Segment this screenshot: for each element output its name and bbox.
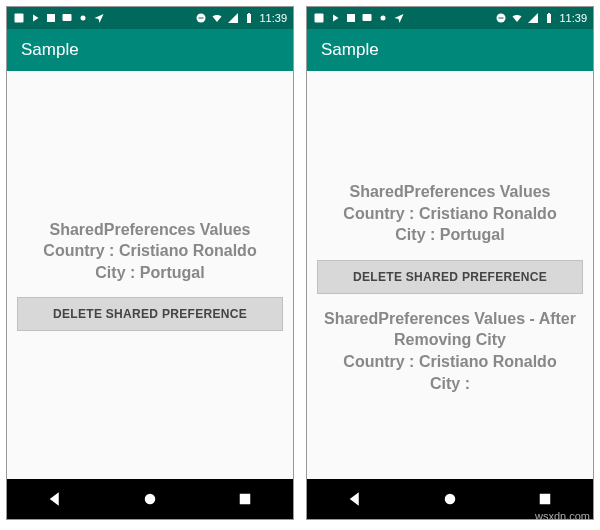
battery-icon xyxy=(243,12,255,24)
square-icon xyxy=(45,12,57,24)
svg-point-3 xyxy=(81,16,86,21)
delete-shared-preference-button[interactable]: DELETE SHARED PREFERENCE xyxy=(17,297,283,331)
chat-icon xyxy=(361,12,373,24)
dot-icon xyxy=(377,12,389,24)
shared-prefs-after-text: SharedPreferences Values - After Removin… xyxy=(317,308,583,394)
status-right-icons: 11:39 xyxy=(195,12,287,24)
arrow-icon xyxy=(393,12,405,24)
svg-rect-10 xyxy=(315,14,324,23)
recent-icon[interactable] xyxy=(236,490,254,508)
status-bar: 11:39 xyxy=(307,7,593,29)
svg-rect-11 xyxy=(347,14,355,22)
prefs-city: City : Portugal xyxy=(43,262,256,284)
prefs-after-title: SharedPreferences Values - After Removin… xyxy=(317,308,583,351)
svg-rect-1 xyxy=(47,14,55,22)
signal-icon xyxy=(527,12,539,24)
navigation-bar xyxy=(7,479,293,519)
app-bar: Sample xyxy=(307,29,593,71)
svg-rect-5 xyxy=(199,18,204,19)
arrow-icon xyxy=(93,12,105,24)
svg-point-18 xyxy=(445,494,456,505)
svg-rect-15 xyxy=(499,18,504,19)
chat-icon xyxy=(61,12,73,24)
back-icon[interactable] xyxy=(346,490,364,508)
back-icon[interactable] xyxy=(46,490,64,508)
status-left-icons xyxy=(313,12,405,24)
svg-rect-12 xyxy=(363,14,372,21)
prefs-country: Country : Cristiano Ronaldo xyxy=(343,203,556,225)
watermark: wsxdn.com xyxy=(535,510,590,522)
app-title: Sample xyxy=(21,40,79,60)
phone-screen-after: 11:39 Sample SharedPreferences Values Co… xyxy=(306,6,594,520)
square-icon xyxy=(345,12,357,24)
svg-point-8 xyxy=(145,494,156,505)
prefs-title: SharedPreferences Values xyxy=(43,219,256,241)
dot-icon xyxy=(77,12,89,24)
svg-rect-7 xyxy=(248,13,250,14)
svg-rect-9 xyxy=(240,494,251,505)
app-title: Sample xyxy=(321,40,379,60)
delete-shared-preference-button[interactable]: DELETE SHARED PREFERENCE xyxy=(317,260,583,294)
prefs-after-city: City : xyxy=(317,373,583,395)
content-area: SharedPreferences Values Country : Crist… xyxy=(307,71,593,479)
recent-icon[interactable] xyxy=(536,490,554,508)
svg-rect-0 xyxy=(15,14,24,23)
prefs-city: City : Portugal xyxy=(343,224,556,246)
signal-icon xyxy=(227,12,239,24)
shared-prefs-text: SharedPreferences Values Country : Crist… xyxy=(343,181,556,246)
prefs-country: Country : Cristiano Ronaldo xyxy=(43,240,256,262)
dnd-icon xyxy=(495,12,507,24)
prefs-title: SharedPreferences Values xyxy=(343,181,556,203)
status-time: 11:39 xyxy=(559,12,587,24)
svg-rect-16 xyxy=(547,14,551,23)
play-icon xyxy=(29,12,41,24)
wifi-icon xyxy=(211,12,223,24)
svg-point-13 xyxy=(381,16,386,21)
svg-rect-2 xyxy=(63,14,72,21)
status-time: 11:39 xyxy=(259,12,287,24)
home-icon[interactable] xyxy=(441,490,459,508)
home-icon[interactable] xyxy=(141,490,159,508)
status-left-icons xyxy=(13,12,105,24)
phone-screen-before: 11:39 Sample SharedPreferences Values Co… xyxy=(6,6,294,520)
dnd-icon xyxy=(195,12,207,24)
app-bar: Sample xyxy=(7,29,293,71)
battery-icon xyxy=(543,12,555,24)
shared-prefs-text: SharedPreferences Values Country : Crist… xyxy=(43,219,256,284)
svg-rect-17 xyxy=(548,13,550,14)
notification-icon xyxy=(313,12,325,24)
wifi-icon xyxy=(511,12,523,24)
prefs-after-country: Country : Cristiano Ronaldo xyxy=(317,351,583,373)
status-right-icons: 11:39 xyxy=(495,12,587,24)
svg-rect-6 xyxy=(247,14,251,23)
status-bar: 11:39 xyxy=(7,7,293,29)
notification-icon xyxy=(13,12,25,24)
svg-rect-19 xyxy=(540,494,551,505)
play-icon xyxy=(329,12,341,24)
content-area: SharedPreferences Values Country : Crist… xyxy=(7,71,293,479)
